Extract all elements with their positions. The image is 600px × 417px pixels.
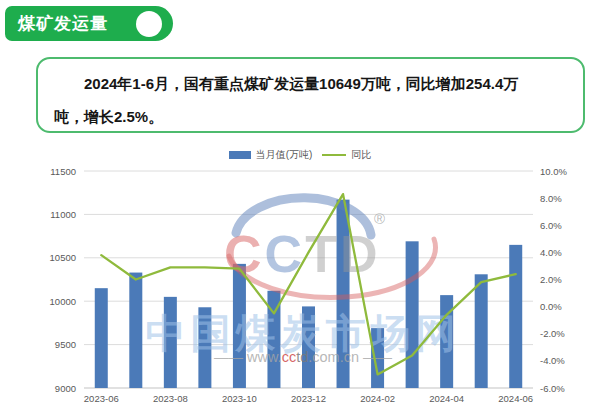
chart-legend: 当月值(万吨) 同比 [0, 148, 600, 162]
left-axis-tick: 11500 [50, 166, 76, 177]
right-axis-tick: 2.0% [540, 274, 562, 285]
x-axis-tick: 2024-02 [360, 393, 395, 404]
banner-circle-icon [136, 11, 162, 37]
x-axis-tick: 2023-12 [291, 393, 326, 404]
left-axis-tick: 9000 [55, 383, 76, 394]
section-banner: 煤矿发运量 [5, 6, 173, 41]
left-axis-tick: 11000 [50, 209, 76, 220]
x-axis-tick: 2023-06 [84, 393, 119, 404]
right-axis-tick: 6.0% [540, 220, 562, 231]
registered-trademark-icon: ® [374, 210, 385, 227]
left-axis-tick: 10000 [50, 296, 76, 307]
watermark-logo: CCTD [224, 225, 380, 283]
right-axis-tick: 0.0% [540, 301, 562, 312]
legend-item-line: 同比 [322, 148, 371, 162]
right-axis-tick: 8.0% [540, 193, 562, 204]
watermark-site-url: —— www.cctd.com.cn —— [214, 349, 393, 365]
right-axis-tick: -6.0% [540, 383, 565, 394]
left-axis-tick: 10500 [50, 252, 76, 263]
x-axis-tick: 2023-08 [153, 393, 188, 404]
bar-series-swatch-icon [229, 151, 251, 159]
line-series-swatch-icon [322, 154, 346, 156]
x-axis-tick: 2024-06 [498, 393, 533, 404]
legend-bar-label: 当月值(万吨) [256, 148, 313, 162]
right-axis-tick: 4.0% [540, 247, 562, 258]
section-title: 煤矿发运量 [5, 12, 108, 35]
bar-2024-06 [509, 245, 522, 388]
left-axis-tick: 9500 [55, 339, 76, 350]
bar-2023-06 [95, 288, 108, 388]
x-axis-tick: 2023-10 [222, 393, 257, 404]
right-axis-tick: -2.0% [540, 328, 565, 339]
right-axis-tick: -4.0% [540, 355, 565, 366]
summary-box: 2024年1-6月，国有重点煤矿发运量10649万吨，同比增加254.4万 吨，… [36, 57, 585, 133]
legend-line-label: 同比 [351, 148, 371, 162]
legend-item-bar: 当月值(万吨) [229, 148, 313, 162]
x-axis-tick: 2024-04 [429, 393, 464, 404]
bar-2023-07 [129, 273, 142, 388]
right-axis-tick: 10.0% [540, 166, 567, 177]
combo-chart-canvas: 115001100010500100009500900010.0%8.0%6.0… [0, 140, 600, 417]
bar-2024-05 [475, 274, 488, 388]
summary-line-2: 吨，增长2.5%。 [54, 100, 565, 133]
chart-svg: 115001100010500100009500900010.0%8.0%6.0… [0, 140, 600, 417]
summary-line-1: 2024年1-6月，国有重点煤矿发运量10649万吨，同比增加254.4万 [54, 67, 565, 100]
